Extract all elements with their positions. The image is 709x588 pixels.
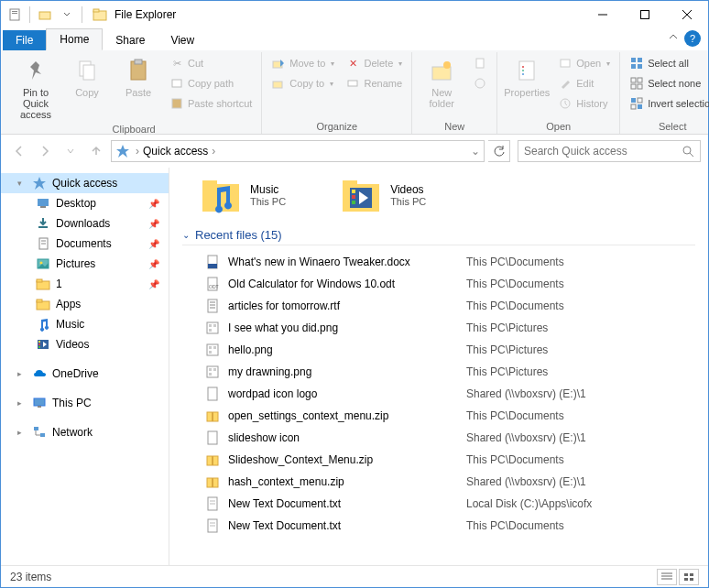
sidebar-item[interactable]: Documents📌 [1,234,169,254]
file-row[interactable]: my drawning.pngThis PC\Pictures [182,361,695,383]
help-button[interactable]: ? [684,30,701,47]
folder-tile[interactable]: MusicThis PC [201,175,286,215]
delete-button[interactable]: ✕Delete▾ [342,54,406,72]
file-row[interactable]: open_settings_context_menu.zipThis PC\Do… [182,405,695,427]
easy-access-button[interactable] [469,74,491,93]
svg-rect-43 [38,199,49,206]
paste-button[interactable]: Paste [115,54,162,100]
svg-rect-3 [39,12,50,19]
details-view-button[interactable] [657,569,677,585]
refresh-button[interactable] [488,140,510,162]
chevron-right-icon[interactable]: › [210,145,217,158]
tab-home[interactable]: Home [46,28,103,50]
ribbon-group-select: Select all Select none Invert selection … [620,52,709,134]
large-icons-view-button[interactable] [679,569,699,585]
txt-icon [204,495,221,512]
sidebar-item[interactable]: Downloads📌 [1,213,169,234]
file-row[interactable]: New Text Document.txtThis PC\Documents [182,515,695,537]
file-row[interactable]: articles for tomorrow.rtfThis PC\Documen… [182,295,695,317]
sidebar-item[interactable]: Desktop📌 [1,193,169,213]
chevron-right-icon[interactable]: › [134,145,141,158]
back-button[interactable] [8,140,30,162]
maximize-button[interactable] [624,1,666,28]
sidebar-item[interactable]: 1📌 [1,274,169,294]
recent-locations-button[interactable] [60,140,82,162]
properties-button[interactable]: Properties [503,54,551,100]
collapse-ribbon-icon[interactable] [668,32,679,43]
qat-properties-icon[interactable] [5,5,25,25]
new-item-button[interactable] [469,54,491,72]
ribbon-group-organize: Move to▾ Copy to▾ ✕Delete▾ Rename Organi… [262,52,412,134]
file-row[interactable]: I see what you did.pngThis PC\Pictures [182,317,695,339]
sidebar-item[interactable]: Pictures📌 [1,254,169,274]
copy-button[interactable]: Copy [63,54,111,100]
svg-rect-21 [476,59,484,68]
search-box[interactable] [518,140,701,162]
sidebar-quick-access[interactable]: ▾ Quick access [1,173,169,193]
this-pc-icon [32,396,47,410]
folder-tile[interactable]: VideosThis PC [341,175,426,215]
svg-rect-27 [561,60,570,67]
pin-icon [21,56,50,85]
sidebar-item[interactable]: Music [1,314,169,334]
collapse-icon[interactable]: ▾ [17,179,27,188]
invert-selection-button[interactable]: Invert selection [626,94,709,113]
move-to-button[interactable]: Move to▾ [267,54,338,72]
minimize-button[interactable] [582,1,624,28]
select-none-button[interactable]: Select none [626,74,709,93]
svg-rect-66 [202,180,217,186]
qat-dropdown-icon[interactable] [57,5,77,25]
file-row[interactable]: New Text Document.txtLocal Disk (C:)\App… [182,493,695,515]
rename-button[interactable]: Rename [342,74,406,93]
tab-view[interactable]: View [158,30,207,50]
copy-path-button[interactable]: Copy path [166,74,256,93]
expand-icon[interactable]: ▸ [17,428,27,437]
file-row[interactable]: slideshow iconShared (\\vboxsrv) (E:)\1 [182,427,695,449]
cut-button[interactable]: ✂Cut [166,54,256,72]
svg-rect-36 [638,84,642,89]
svg-rect-91 [213,368,216,371]
new-folder-icon [427,56,456,85]
file-row[interactable]: ODTOld Calculator for Windows 10.odtThis… [182,273,695,295]
expand-icon[interactable]: ▸ [17,369,27,378]
history-button[interactable]: History [554,94,614,113]
app-icon [93,7,107,22]
pin-to-quick-access-button[interactable]: Pin to Quick access [12,54,60,122]
sidebar-onedrive[interactable]: ▸ OneDrive [1,364,169,384]
forward-button[interactable] [34,140,56,162]
music-icon [36,317,50,332]
svg-rect-77 [208,299,217,312]
open-button[interactable]: Open▾ [554,54,614,72]
close-button[interactable] [666,1,708,28]
select-all-button[interactable]: Select all [626,54,709,72]
tab-share[interactable]: Share [103,30,158,50]
tab-file[interactable]: File [3,30,46,50]
file-row[interactable]: wordpad icon logoShared (\\vboxsrv) (E:)… [182,383,695,405]
sidebar-item[interactable]: Videos [1,334,169,354]
file-row[interactable]: hello.pngThis PC\Pictures [182,339,695,361]
paste-shortcut-button[interactable]: Paste shortcut [166,94,256,113]
recent-files-header[interactable]: ⌄ Recent files (15) [182,228,695,245]
up-button[interactable] [85,140,107,162]
svg-rect-95 [212,412,213,421]
copy-to-button[interactable]: Copy to▾ [267,74,338,93]
file-row[interactable]: Slideshow_Context_Menu.zipThis PC\Docume… [182,449,695,471]
sidebar-item[interactable]: Apps [1,294,169,314]
expand-icon[interactable]: ▸ [17,398,27,408]
edit-button[interactable]: Edit [554,74,614,93]
breadcrumb[interactable]: › Quick access › ⌄ [111,140,485,162]
file-row[interactable]: hash_context_menu.zipShared (\\vboxsrv) … [182,471,695,493]
new-item-icon [473,56,487,71]
png-icon [204,342,221,358]
sidebar-network[interactable]: ▸ Network [1,422,169,442]
new-folder-button[interactable]: New folder [418,54,465,111]
address-bar: › Quick access › ⌄ [1,135,708,168]
delete-icon: ✕ [345,56,360,71]
file-row[interactable]: What's new in Winaero Tweaker.docxThis P… [182,251,695,273]
breadcrumb-dropdown-icon[interactable]: ⌄ [471,145,480,158]
chevron-down-icon: ▾ [330,80,333,88]
sidebar-this-pc[interactable]: ▸ This PC [1,393,169,413]
breadcrumb-item[interactable]: Quick access [143,145,208,158]
qat-new-folder-icon[interactable] [35,5,55,25]
search-input[interactable] [524,145,682,158]
